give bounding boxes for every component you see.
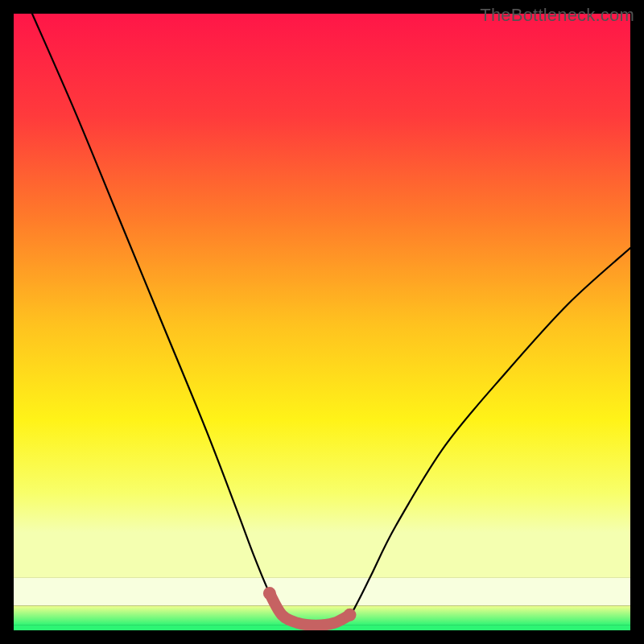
- svg-rect-0: [14, 14, 630, 578]
- svg-rect-1: [14, 578, 630, 605]
- highlight-endpoint: [343, 609, 356, 621]
- watermark-text: TheBottleneck.com: [480, 5, 634, 26]
- chart-frame: TheBottleneck.com: [0, 0, 644, 644]
- bottleneck-chart: [14, 14, 630, 630]
- plot-area: [14, 14, 630, 630]
- highlight-endpoint: [263, 587, 276, 600]
